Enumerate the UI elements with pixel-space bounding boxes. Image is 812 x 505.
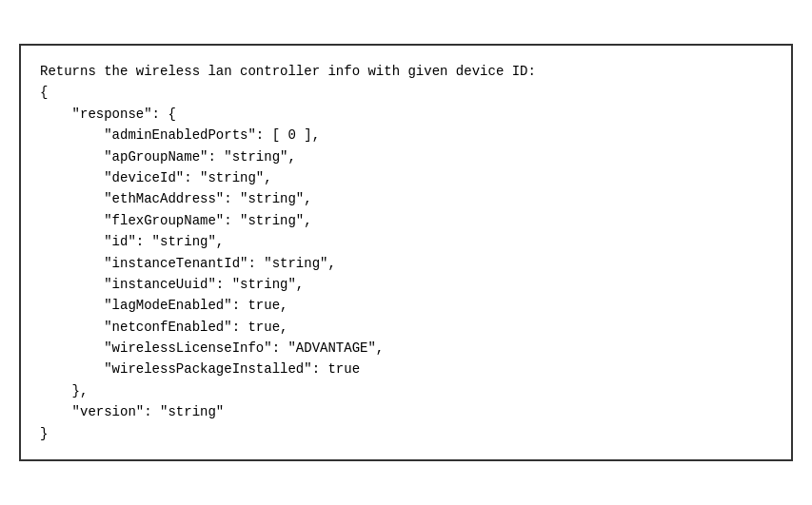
code-line-8: "instanceTenantId": "string", — [40, 253, 772, 274]
code-line-1: "response": { — [40, 104, 772, 125]
code-line-4: "deviceId": "string", — [40, 167, 772, 188]
code-line-12: "wirelessLicenseInfo": "ADVANTAGE", — [40, 338, 772, 359]
code-line-2: "adminEnabledPorts": [ 0 ], — [40, 125, 772, 146]
code-block: Returns the wireless lan controller info… — [19, 44, 793, 461]
code-line-7: "id": "string", — [40, 231, 772, 252]
code-line-3: "apGroupName": "string", — [40, 146, 772, 167]
code-line-16: } — [40, 423, 772, 444]
code-line-9: "instanceUuid": "string", — [40, 274, 772, 295]
code-lines: { "response": { "adminEnabledPorts": [ 0… — [40, 82, 772, 444]
code-line-5: "ethMacAddress": "string", — [40, 188, 772, 209]
code-line-13: "wirelessPackageInstalled": true — [40, 359, 772, 379]
code-line-6: "flexGroupName": "string", — [40, 210, 772, 231]
code-line-14: }, — [40, 380, 772, 401]
code-line-10: "lagModeEnabled": true, — [40, 295, 772, 316]
description-line: Returns the wireless lan controller info… — [40, 61, 772, 82]
code-line-0: { — [40, 82, 772, 103]
code-line-11: "netconfEnabled": true, — [40, 317, 772, 338]
code-line-15: "version": "string" — [40, 401, 772, 422]
